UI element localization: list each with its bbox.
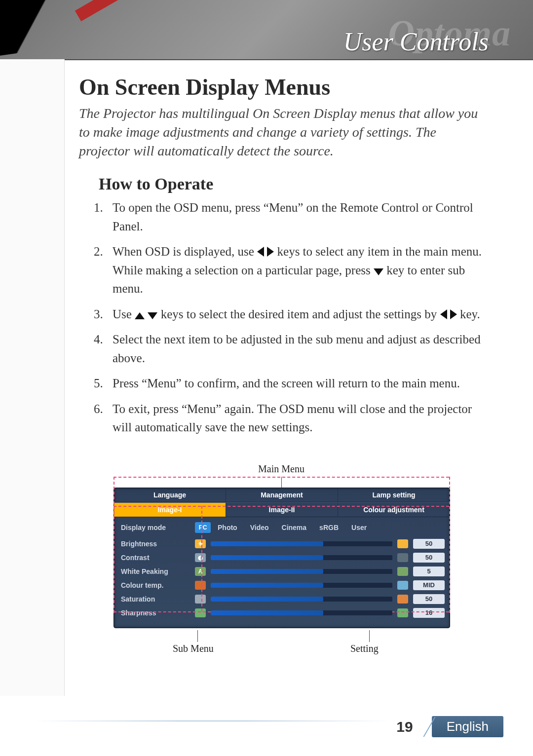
arrow-down-icon [374, 268, 383, 275]
osd-panel: Language Management Lamp setting Image-I… [114, 488, 450, 628]
slider-fill [211, 541, 323, 546]
row-label: Brightness [121, 540, 195, 548]
row-contrast[interactable]: Contrast ◐ 50 [121, 551, 445, 565]
steps-list: To open the OSD menu, press “Menu” on th… [89, 198, 484, 444]
row-sharpness[interactable]: Sharpness 16 [121, 606, 445, 620]
row-white-peaking[interactable]: White Peaking A 5 [121, 565, 445, 578]
slider-track[interactable] [211, 569, 392, 574]
value-box: 16 [413, 608, 445, 618]
page-footer: 19 English [396, 716, 503, 737]
step-4: Select the next item to be adjusted in t… [89, 330, 484, 374]
saturation-icon [195, 595, 206, 604]
slider-fill [211, 597, 323, 602]
dashed-guide [114, 477, 449, 478]
tab-language[interactable]: Language [114, 488, 226, 502]
step-3: Use keys to select the desired item and … [89, 305, 484, 331]
tab-row-2: Image-I Image-II Colour adjustment [114, 502, 450, 517]
callout-line [369, 630, 370, 642]
tab-image-1[interactable]: Image-I [114, 503, 226, 517]
value-box: 50 [413, 553, 445, 563]
slider-track[interactable] [211, 583, 392, 588]
row-display-mode[interactable]: Display mode PC Photo Video Cinema sRGB … [121, 522, 445, 533]
slider-fill [211, 583, 323, 588]
footer-rule [35, 720, 390, 721]
row-label: Display mode [121, 524, 195, 531]
tab-lamp-setting[interactable]: Lamp setting [338, 488, 450, 502]
step-text: Use [113, 307, 135, 321]
callout-line [197, 630, 198, 642]
row-brightness[interactable]: Brightness ☀ 50 [121, 537, 445, 551]
mode-opt-srgb[interactable]: sRGB [319, 524, 339, 531]
sun-icon: ☀ [195, 539, 206, 548]
step-text: key. [460, 307, 480, 321]
chapter-title: User Controls [343, 27, 489, 56]
sharpness-icon [195, 608, 206, 617]
step-6: To exit, press “Menu” again. The OSD men… [89, 400, 484, 444]
dashed-guide [449, 477, 450, 613]
value-box: 50 [413, 594, 445, 604]
colour-temp-icon [195, 581, 206, 590]
step-text: To open the OSD menu, press “Menu” on th… [113, 201, 473, 233]
arrow-right-icon [267, 247, 274, 257]
white-peaking-icon [397, 567, 408, 576]
tab-image-2[interactable]: Image-II [226, 503, 338, 517]
step-2: When OSD is displayed, use keys to selec… [89, 242, 484, 305]
row-saturation[interactable]: Saturation 50 [121, 592, 445, 606]
mode-opt-user[interactable]: User [351, 524, 367, 531]
arrow-up-icon [135, 312, 145, 319]
tab-management[interactable]: Management [226, 488, 338, 502]
contrast-icon: ◐ [195, 553, 206, 562]
dashed-guide [114, 477, 114, 613]
step-text: When OSD is displayed, use [113, 245, 257, 258]
value-box: 50 [413, 539, 445, 549]
mode-chip-pc[interactable]: PC [195, 522, 211, 533]
row-label: Sharpness [121, 609, 195, 617]
step-text: Press “Menu” to confirm, and the screen … [113, 377, 460, 390]
red-accent-stripe [75, 0, 132, 21]
contrast-icon [397, 553, 408, 562]
page-header: Optoma User Controls [0, 0, 533, 60]
page-title: On Screen Display Menus [79, 74, 484, 100]
row-label: Saturation [121, 595, 195, 603]
mode-opt-video[interactable]: Video [250, 524, 269, 531]
osd-callouts: Sub Menu Setting [114, 630, 449, 660]
row-label: White Peaking [121, 567, 195, 575]
slider-track[interactable] [211, 541, 392, 546]
mode-opt-cinema[interactable]: Cinema [282, 524, 307, 531]
row-colour-temp[interactable]: Colour temp. MID [121, 578, 445, 592]
step-text: keys to select the desired item and adju… [161, 307, 440, 321]
step-text: To exit, press “Menu” again. The OSD men… [113, 402, 472, 434]
left-margin-rail [0, 59, 65, 696]
mode-opt-photo[interactable]: Photo [218, 524, 237, 531]
value-box: MID [413, 580, 445, 590]
sub-menu-callout: Sub Menu [173, 643, 214, 654]
language-badge: English [432, 716, 503, 737]
slider-track[interactable] [211, 555, 392, 560]
main-menu-callout-line [281, 477, 282, 488]
dashed-guide [114, 506, 449, 507]
arrow-left-icon [440, 309, 447, 319]
tab-colour-adjustment[interactable]: Colour adjustment [338, 503, 450, 517]
dashed-guide [201, 506, 202, 611]
lead-paragraph: The Projector has multilingual On Screen… [79, 104, 484, 160]
tab-row-1: Language Management Lamp setting [114, 488, 450, 502]
white-peaking-icon: A [195, 567, 206, 576]
osd-figure: Main Menu Language Management Lamp setti… [114, 463, 449, 660]
slider-fill [211, 569, 323, 574]
slider-fill [211, 555, 323, 560]
section-heading: How to Operate [99, 175, 484, 193]
value-box: 5 [413, 567, 445, 576]
page-content: On Screen Display Menus The Projector ha… [79, 74, 484, 660]
saturation-icon [397, 595, 408, 604]
slider-fill [211, 610, 323, 615]
page-number: 19 [396, 718, 413, 735]
slider-track[interactable] [211, 610, 392, 615]
footer-slash-icon [416, 717, 429, 737]
arrow-right-icon [450, 309, 457, 319]
slider-track[interactable] [211, 597, 392, 602]
step-5: Press “Menu” to confirm, and the screen … [89, 374, 484, 400]
step-1: To open the OSD menu, press “Menu” on th… [89, 198, 484, 242]
sharpness-icon [397, 608, 408, 617]
arrow-down-icon [148, 312, 157, 319]
row-label: Colour temp. [121, 581, 195, 589]
